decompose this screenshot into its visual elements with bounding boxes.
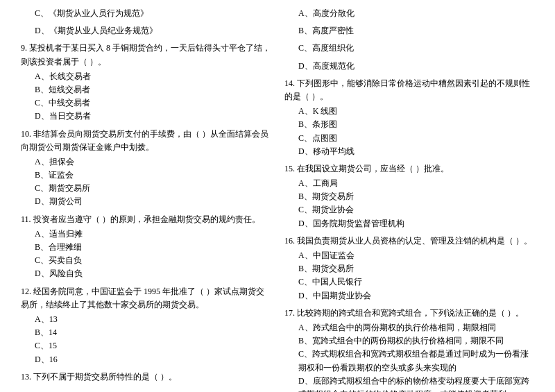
- question-15: 15. 在我国设立期货公司，应当经（ ）批准。 A、工商局 B、期货交易所 C、…: [284, 162, 534, 230]
- q15-text: 15. 在我国设立期货公司，应当经（ ）批准。: [284, 162, 534, 176]
- two-column-layout: C、《期货从业人员行为规范》 D、《期货从业人员纪业务规范》 9. 某投机者于某…: [21, 7, 534, 392]
- q12-option-d: D、16: [21, 353, 271, 366]
- q12-option-b: B、14: [21, 326, 271, 339]
- q17-option-c: C、跨式期权组合和宽跨式期权组合都是通过同时成为一份看涨期权和一份看跌期权的空头…: [284, 348, 534, 374]
- q15-option-a: A、工商局: [284, 177, 534, 190]
- question-11: 11. 投资者应当遵守（ ）的原则，承担金融期货交易的规约责任。 A、适当归摊 …: [21, 213, 271, 281]
- q16-option-a: A、中国证监会: [284, 249, 534, 262]
- q16-option-d: D、中国期货业协会: [284, 289, 534, 302]
- q16-option-b: B、期货交易所: [284, 262, 534, 275]
- q14-option-d: D、移动平均线: [284, 145, 534, 158]
- option-a-right: A、高度分散化: [284, 7, 534, 20]
- q9-option-a: A、长线交易者: [21, 70, 271, 83]
- q11-option-b: B、合理摊细: [21, 241, 271, 254]
- left-column: C、《期货从业人员行为规范》 D、《期货从业人员纪业务规范》 9. 某投机者于某…: [21, 7, 274, 392]
- q10-option-c: C、期货交易所: [21, 182, 271, 195]
- right-column: A、高度分散化 B、高度严密性 C、高度组织化 D、高度规范化 14. 下列图形…: [281, 7, 534, 392]
- q15-option-c: C、期货业协会: [284, 203, 534, 216]
- question-13: 13. 下列不属于期货交易所特性的是（ ）。: [21, 370, 271, 384]
- q15-option-b: B、期货交易所: [284, 190, 534, 203]
- option-c-right-text: C、高度组织化: [284, 42, 534, 55]
- q11-option-a: A、适当归摊: [21, 228, 271, 241]
- q17-option-d: D、底部跨式期权组合中的标的物价格变动程度要大于底部宽跨式期权组合中的标的物价格…: [284, 375, 534, 392]
- q11-option-d: D、风险自负: [21, 267, 271, 280]
- q9-option-d: D、当日交易者: [21, 110, 271, 123]
- q14-text: 14. 下列图形中，能够消除日常价格运动中糟然因素引起的不规则性的是（ ）。: [284, 77, 534, 103]
- q16-option-c: C、中国人民银行: [284, 275, 534, 289]
- option-c-prev: C、《期货从业人员行为规范》: [21, 7, 271, 20]
- q17-option-b: B、宽跨式组合中的两份期权的执行价格相同，期限不同: [284, 334, 534, 348]
- q12-option-c: C、15: [21, 339, 271, 352]
- q9-option-b: B、短线交易者: [21, 83, 271, 96]
- q10-text: 10. 非结算会员向期货交易所支付的手续费，由（ ）从全面结算会员向期货公司期货…: [21, 128, 271, 154]
- q10-option-a: A、担保会: [21, 155, 271, 169]
- q17-option-a: A、跨式组合中的两份期权的执行价格相同，期限相同: [284, 321, 534, 334]
- option-c-text: C、《期货从业人员行为规范》: [21, 7, 271, 20]
- question-12: 12. 经国务院同意，中国证监会于 1995 年批准了（ ）家试点期货交易所，结…: [21, 285, 271, 366]
- q11-text: 11. 投资者应当遵守（ ）的原则，承担金融期货交易的规约责任。: [21, 213, 271, 226]
- question-16: 16. 我国负责期货从业人员资格的认定、管理及注销的机构是（ ）。 A、中国证监…: [284, 235, 534, 302]
- q9-text: 9. 某投机者于某日买入 8 手铜期货合约，一天后钻得头寸平仓了结，则该投资者属…: [21, 42, 271, 68]
- q12-option-a: A、13: [21, 313, 271, 326]
- q17-text: 17. 比较跨期的跨式组合和宽跨式组合，下列说法正确的是（ ）。: [284, 307, 534, 320]
- q13-text: 13. 下列不属于期货交易所特性的是（ ）。: [21, 370, 271, 384]
- option-b-right: B、高度严密性: [284, 24, 534, 37]
- q12-text: 12. 经国务院同意，中国证监会于 1995 年批准了（ ）家试点期货交易所，结…: [21, 285, 271, 312]
- q16-text: 16. 我国负责期货从业人员资格的认定、管理及注销的机构是（ ）。: [284, 235, 534, 248]
- q14-option-a: A、K 线图: [284, 105, 534, 118]
- option-d-right: D、高度规范化: [284, 60, 534, 73]
- option-d-right-text: D、高度规范化: [284, 60, 534, 73]
- q14-option-c: C、点图图: [284, 132, 534, 145]
- q9-option-c: C、中线交易者: [21, 96, 271, 110]
- option-b-right-text: B、高度严密性: [284, 24, 534, 37]
- question-10: 10. 非结算会员向期货交易所支付的手续费，由（ ）从全面结算会员向期货公司期货…: [21, 128, 271, 209]
- page-content: C、《期货从业人员行为规范》 D、《期货从业人员纪业务规范》 9. 某投机者于某…: [21, 7, 534, 392]
- option-a-right-text: A、高度分散化: [284, 7, 534, 20]
- q10-option-d: D、期货公司: [21, 195, 271, 208]
- q15-option-d: D、国务院期货监督管理机构: [284, 217, 534, 230]
- question-17: 17. 比较跨期的跨式组合和宽跨式组合，下列说法正确的是（ ）。 A、跨式组合中…: [284, 307, 534, 392]
- q10-option-b: B、证监会: [21, 169, 271, 182]
- question-14: 14. 下列图形中，能够消除日常价格运动中糟然因素引起的不规则性的是（ ）。 A…: [284, 77, 534, 158]
- q14-option-b: B、条形图: [284, 118, 534, 131]
- option-c-right: C、高度组织化: [284, 42, 534, 55]
- option-d-text: D、《期货从业人员纪业务规范》: [21, 24, 271, 37]
- option-d-prev: D、《期货从业人员纪业务规范》: [21, 24, 271, 37]
- question-9: 9. 某投机者于某日买入 8 手铜期货合约，一天后钻得头寸平仓了结，则该投资者属…: [21, 42, 271, 123]
- q11-option-c: C、买卖自负: [21, 254, 271, 267]
